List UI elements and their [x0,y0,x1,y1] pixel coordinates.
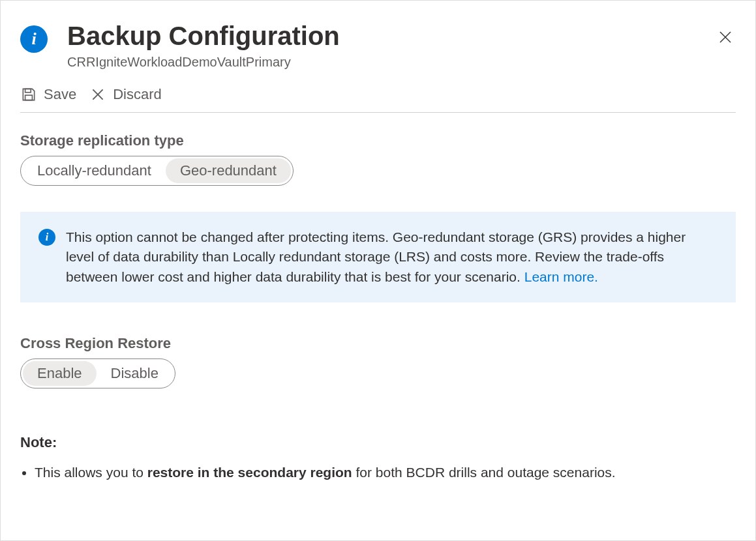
note-section: Note: This allows you to restore in the … [20,434,736,482]
svg-rect-2 [25,89,31,92]
discard-button[interactable]: Discard [89,86,162,103]
storage-replication-label: Storage replication type [20,132,736,149]
option-disable[interactable]: Disable [97,361,173,386]
note-heading: Note: [20,434,736,451]
toolbar: Save Discard [20,86,736,113]
info-icon: i [38,229,55,246]
discard-icon [89,86,106,103]
info-message-box: i This option cannot be changed after pr… [20,212,736,302]
note-item: This allows you to restore in the second… [35,463,736,482]
cross-region-restore-toggle: Enable Disable [20,358,175,388]
close-icon [718,29,733,45]
save-button[interactable]: Save [20,86,76,103]
option-enable[interactable]: Enable [23,361,97,386]
save-icon [20,86,37,103]
cross-region-restore-label: Cross Region Restore [20,335,736,352]
option-geo-redundant[interactable]: Geo-redundant [166,158,291,183]
blade-header: i Backup Configuration CRRIgniteWorkload… [20,20,736,70]
discard-label: Discard [113,86,162,103]
svg-rect-3 [25,95,33,100]
info-message-text: This option cannot be changed after prot… [66,227,718,287]
option-locally-redundant[interactable]: Locally-redundant [23,158,166,183]
close-button[interactable] [715,27,736,48]
storage-replication-toggle: Locally-redundant Geo-redundant [20,156,294,186]
page-title: Backup Configuration [67,20,715,51]
info-icon: i [20,25,48,53]
learn-more-link[interactable]: Learn more. [524,269,598,284]
vault-name-subtitle: CRRIgniteWorkloadDemoVaultPrimary [67,55,715,70]
save-label: Save [44,86,76,103]
